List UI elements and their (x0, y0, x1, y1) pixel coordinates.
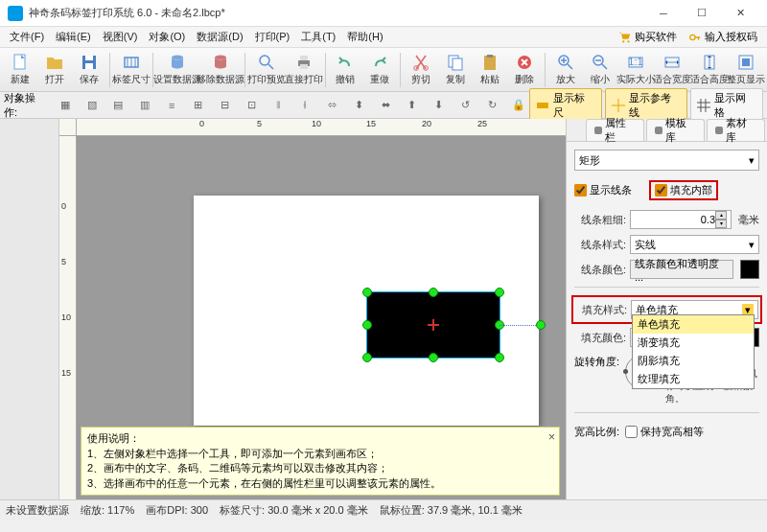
paste-icon (480, 53, 500, 72)
svg-rect-6 (85, 63, 93, 69)
align-11[interactable]: ⬄ (321, 95, 342, 116)
rotate-handle[interactable] (536, 320, 546, 330)
fit-width-icon (662, 53, 682, 72)
align-17[interactable]: ↻ (482, 95, 503, 116)
ratio-label: 宽高比例: (574, 425, 619, 439)
handle-se[interactable] (495, 353, 504, 362)
align-1[interactable]: ▦ (55, 95, 76, 116)
zoom-out-button[interactable]: 缩小 (584, 50, 616, 90)
shape-type-select[interactable]: 矩形 ▾ (574, 150, 759, 171)
fit-height-button[interactable]: 适合高度 (691, 50, 726, 90)
maximize-button[interactable]: ☐ (683, 0, 721, 27)
fill-style-dropdown[interactable]: 单色填充 渐变填充 阴影填充 纹理填充 (632, 314, 755, 389)
menu-print[interactable]: 打印(P) (249, 28, 296, 46)
property-panel: 属性栏 模板库 素材库 矩形 ▾ 显示线条 填充内部 线条粗细: 0.3▴▾ 毫… (566, 119, 767, 499)
actual-size-button[interactable]: 1:1实际大小 (618, 50, 653, 90)
fill-interior-checkbox[interactable]: 填充内部 (649, 180, 718, 200)
handle-w[interactable] (362, 320, 372, 330)
fit-width-button[interactable]: 适合宽度 (655, 50, 689, 90)
menu-view[interactable]: 视图(V) (97, 28, 144, 46)
new-button[interactable]: 新建 (4, 50, 36, 90)
fill-option-solid[interactable]: 单色填充 (633, 315, 754, 334)
zoom-in-button[interactable]: 放大 (549, 50, 582, 90)
window-title: 神奇条码标签打印系统 6.0 - 未命名2.lbcp* (29, 6, 644, 20)
line-weight-stepper[interactable]: ▴▾ (715, 211, 727, 228)
tab-materials[interactable]: 素材库 (707, 119, 765, 141)
menu-object[interactable]: 对象(O) (143, 28, 191, 46)
menu-help[interactable]: 帮助(H) (341, 28, 388, 46)
align-16[interactable]: ↺ (455, 95, 476, 116)
redo-button[interactable]: 重做 (363, 50, 396, 90)
undo-button[interactable]: 撤销 (329, 50, 361, 90)
label-size-button[interactable]: 标签尺寸 (114, 50, 149, 90)
handle-s[interactable] (429, 353, 438, 362)
lock-icon[interactable]: 🔒 (508, 95, 529, 116)
menu-datasource[interactable]: 数据源(D) (191, 28, 248, 46)
fit-page-icon (736, 53, 755, 72)
align-13[interactable]: ⬌ (375, 95, 396, 116)
svg-rect-29 (537, 103, 548, 108)
ruler-corner (59, 119, 77, 136)
tab-properties[interactable]: 属性栏 (586, 119, 644, 141)
line-style-select[interactable]: 实线▾ (630, 235, 759, 254)
hint-close-icon[interactable]: × (548, 429, 555, 446)
align-2[interactable]: ▧ (81, 95, 103, 116)
line-color-button[interactable]: 线条颜色和透明度 ... (630, 260, 733, 279)
open-button[interactable]: 打开 (38, 50, 71, 90)
buy-software-link[interactable]: 购买软件 (613, 28, 683, 46)
menu-file[interactable]: 文件(F) (4, 28, 50, 46)
print-button[interactable]: 直接打印 (286, 50, 320, 90)
line-color-label: 线条颜色: (574, 263, 626, 277)
fit-page-button[interactable]: 整页显示 (729, 50, 763, 90)
copy-button[interactable]: 复制 (439, 50, 472, 90)
preview-icon (257, 53, 276, 72)
fill-option-texture[interactable]: 纹理填充 (633, 370, 754, 388)
keep-ratio-checkbox[interactable]: 保持宽高相等 (625, 425, 704, 439)
zoom-out-icon (591, 53, 610, 72)
align-6[interactable]: ⊞ (188, 95, 209, 116)
status-mouse: 鼠标位置: 37.9 毫米, 10.1 毫米 (380, 503, 523, 518)
canvas-sheet[interactable] (194, 196, 539, 426)
statusbar: 未设置数据源 缩放: 117% 画布DPI: 300 标签尺寸: 30.0 毫米… (0, 499, 767, 520)
align-5[interactable]: ≡ (161, 95, 182, 116)
center-marker (428, 319, 439, 331)
line-weight-field[interactable]: 0.3▴▾ (630, 210, 732, 229)
selected-rectangle[interactable] (366, 291, 500, 359)
align-14[interactable]: ⬆ (402, 95, 423, 116)
cut-button[interactable]: 剪切 (405, 50, 437, 90)
align-8[interactable]: ⊡ (242, 95, 263, 116)
align-10[interactable]: ⫲ (295, 95, 316, 116)
object-panel[interactable] (0, 119, 59, 499)
handle-sw[interactable] (362, 353, 372, 362)
paste-button[interactable]: 粘贴 (474, 50, 506, 90)
align-9[interactable]: ⫴ (268, 95, 290, 116)
align-7[interactable]: ⊟ (215, 95, 236, 116)
tab-templates[interactable]: 模板库 (646, 119, 705, 141)
align-12[interactable]: ⬍ (348, 95, 369, 116)
align-3[interactable]: ▤ (107, 95, 128, 116)
line-color-swatch[interactable] (740, 260, 759, 279)
enter-auth-link[interactable]: 输入授权码 (683, 28, 763, 46)
minimize-button[interactable]: ─ (644, 0, 683, 27)
handle-ne[interactable] (495, 288, 504, 297)
menu-tools[interactable]: 工具(T) (295, 28, 341, 46)
menu-edit[interactable]: 编辑(E) (50, 28, 97, 46)
print-preview-button[interactable]: 打印预览 (249, 50, 284, 90)
main-toolbar: 新建 打开 保存 标签尺寸 设置数据源 移除数据源 打印预览 直接打印 撤销 重… (0, 48, 767, 92)
app-logo (8, 6, 23, 21)
handle-nw[interactable] (362, 288, 372, 297)
align-15[interactable]: ⬇ (429, 95, 450, 116)
close-button[interactable]: ✕ (721, 0, 759, 27)
handle-n[interactable] (429, 288, 438, 297)
remove-datasource-button[interactable]: 移除数据源 (200, 50, 242, 90)
fill-option-shadow[interactable]: 阴影填充 (633, 352, 754, 370)
canvas-area[interactable]: 0 5 10 15 20 25 0 5 10 15 (59, 119, 566, 499)
fill-option-gradient[interactable]: 渐变填充 (633, 334, 754, 352)
toggle-ruler[interactable]: 显示标尺 (529, 88, 602, 123)
save-button[interactable]: 保存 (73, 50, 105, 90)
align-4[interactable]: ▥ (134, 95, 155, 116)
set-datasource-button[interactable]: 设置数据源 (157, 50, 198, 90)
show-stroke-checkbox[interactable]: 显示线条 (574, 180, 632, 200)
buy-software-label: 购买软件 (635, 30, 677, 44)
delete-button[interactable]: 删除 (508, 50, 541, 90)
